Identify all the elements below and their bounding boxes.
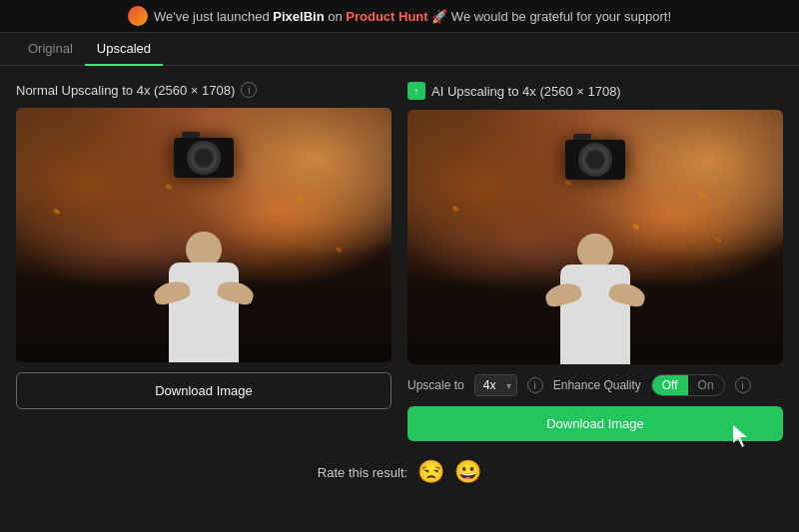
enhance-info-icon[interactable]: i <box>735 377 751 393</box>
product-hunt-link[interactable]: Product Hunt <box>346 9 431 24</box>
normal-download-button[interactable]: Download Image <box>16 372 392 409</box>
ai-floating-camera <box>565 140 625 180</box>
toggle-on-button[interactable]: On <box>688 375 724 395</box>
tab-original[interactable]: Original <box>16 33 85 66</box>
ai-upscaling-title: ↑ AI Upscaling to 4x (2560 × 1708) <box>407 82 783 100</box>
columns-wrapper: Normal Upscaling to 4x (2560 × 1708) i <box>16 82 783 441</box>
enhance-quality-label: Enhance Quality <box>553 378 641 392</box>
positive-rating-button[interactable]: 😀 <box>454 461 481 483</box>
floating-camera <box>174 138 234 178</box>
ai-controls: Upscale to 1x 2x 4x ▾ i Enhance Quality … <box>407 374 783 396</box>
rating-label: Rate this result: <box>318 465 407 480</box>
normal-scene <box>16 108 392 362</box>
ai-download-button[interactable]: Download Image <box>407 406 783 441</box>
tab-upscaled[interactable]: Upscaled <box>85 33 163 66</box>
cursor-icon <box>733 425 753 449</box>
normal-image-container <box>16 108 392 362</box>
ai-scene <box>407 110 783 364</box>
upscale-info-icon[interactable]: i <box>527 377 543 393</box>
toggle-off-button[interactable]: Off <box>652 375 688 395</box>
normal-upscaling-title: Normal Upscaling to 4x (2560 × 1708) i <box>16 82 392 98</box>
ph-emoji: 🚀 <box>431 9 447 24</box>
ai-image-container <box>407 110 783 364</box>
announcement-banner: We've just launched PixelBin on Product … <box>0 0 799 33</box>
main-content: Normal Upscaling to 4x (2560 × 1708) i <box>0 66 799 507</box>
ai-upscaling-column: ↑ AI Upscaling to 4x (2560 × 1708) <box>407 82 783 441</box>
tab-bar: Original Upscaled <box>0 33 799 66</box>
negative-rating-button[interactable]: 😒 <box>417 461 444 483</box>
rating-section: Rate this result: 😒 😀 <box>16 453 783 491</box>
hands <box>154 253 254 302</box>
banner-suffix: We would be grateful for your support! <box>451 9 671 24</box>
enhance-toggle: Off On <box>651 374 725 396</box>
normal-info-icon[interactable]: i <box>241 82 257 98</box>
ai-upscale-icon: ↑ <box>407 82 425 100</box>
upscale-select-wrapper: 1x 2x 4x ▾ <box>474 374 517 396</box>
brand-name: PixelBin <box>273 9 324 24</box>
upscale-label: Upscale to <box>407 378 464 392</box>
banner-text: We've just launched PixelBin on Product … <box>154 9 671 24</box>
ai-hands <box>545 255 645 304</box>
pixelbin-logo <box>128 6 148 26</box>
upscale-select[interactable]: 1x 2x 4x <box>474 374 517 396</box>
normal-upscaling-column: Normal Upscaling to 4x (2560 × 1708) i <box>16 82 392 441</box>
